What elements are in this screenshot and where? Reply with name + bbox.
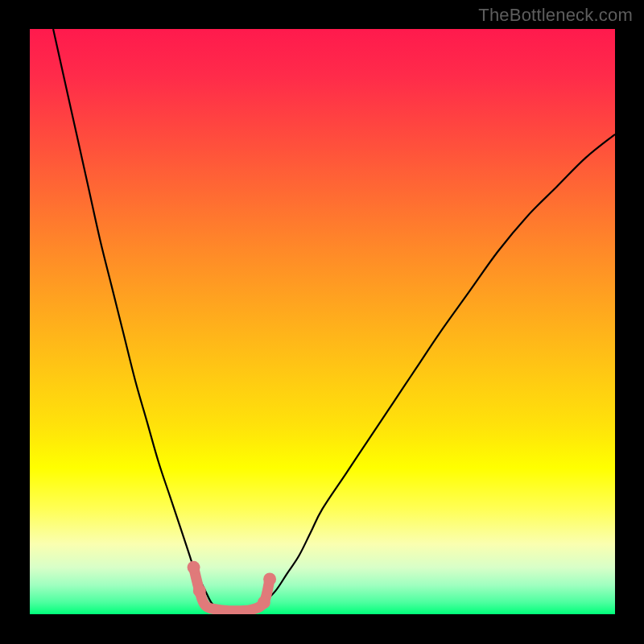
right-curve xyxy=(258,134,615,609)
chart-frame: TheBottleneck.com xyxy=(0,0,644,644)
marker-dot xyxy=(258,596,270,609)
marker-dot xyxy=(263,572,276,585)
watermark-text: TheBottleneck.com xyxy=(478,5,633,26)
marker-dot xyxy=(193,584,206,597)
plot-area xyxy=(30,29,615,614)
curve-layer xyxy=(30,29,615,614)
left-curve xyxy=(53,29,217,609)
marker-dot xyxy=(188,561,200,574)
